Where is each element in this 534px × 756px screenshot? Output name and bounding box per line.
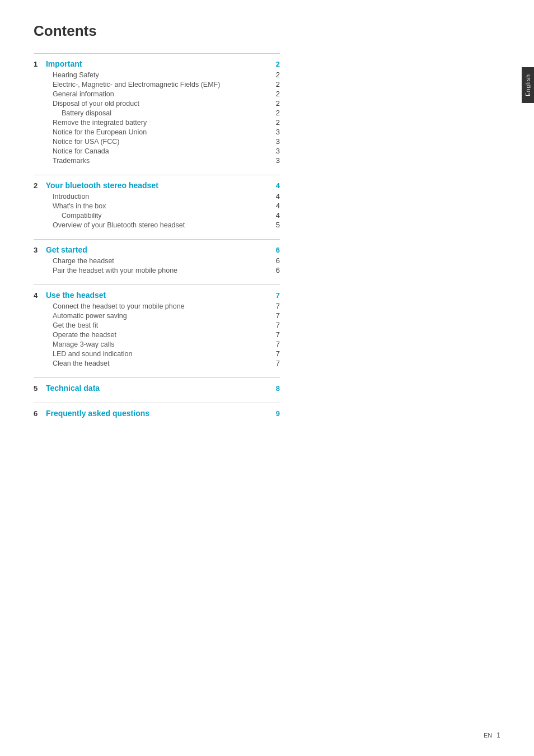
section-page: 9 xyxy=(269,409,280,418)
toc-entry-row: Battery disposal2 xyxy=(34,109,280,117)
entry-label[interactable]: Connect the headset to your mobile phone xyxy=(44,302,269,310)
toc-entry-row: Notice for USA (FCC)3 xyxy=(34,137,280,146)
entry-label[interactable]: Hearing Safety xyxy=(44,71,269,79)
entry-page: 2 xyxy=(269,99,280,108)
toc-section: 4 Use the headset7Connect the headset to… xyxy=(34,284,280,367)
section-number: 1 xyxy=(34,60,44,68)
toc-section: 2 Your bluetooth stereo headset4Introduc… xyxy=(34,175,280,229)
entry-page: 5 xyxy=(269,221,280,229)
entry-label[interactable]: Operate the headset xyxy=(44,331,269,339)
section-number: 2 xyxy=(34,181,44,190)
toc-main-row: 6 Frequently asked questions9 xyxy=(34,409,280,418)
section-number: 5 xyxy=(34,384,44,393)
toc-entry-row: Electric-, Magnetic- and Electromagnetic… xyxy=(34,80,280,88)
entry-page: 3 xyxy=(269,147,280,155)
entry-label[interactable]: Battery disposal xyxy=(44,109,269,117)
entry-label[interactable]: Notice for the European Union xyxy=(44,128,269,136)
entry-page: 6 xyxy=(269,256,280,265)
section-title[interactable]: Important xyxy=(44,59,269,68)
toc-entry-row: Disposal of your old product2 xyxy=(34,99,280,108)
entry-page: 6 xyxy=(269,266,280,274)
section-number: 3 xyxy=(34,246,44,254)
toc-entry-row: Notice for the European Union3 xyxy=(34,128,280,136)
entry-page: 2 xyxy=(269,71,280,79)
toc-entry-row: Hearing Safety2 xyxy=(34,71,280,79)
toc-entry-row: What's in the box4 xyxy=(34,202,280,210)
toc-entry-row: Operate the headset7 xyxy=(34,330,280,339)
entry-label[interactable]: Notice for USA (FCC) xyxy=(44,138,269,146)
entry-label[interactable]: Disposal of your old product xyxy=(44,100,269,108)
entry-label[interactable]: Charge the headset xyxy=(44,257,269,265)
entry-label[interactable]: What's in the box xyxy=(44,202,269,210)
toc-container: 1 Important2Hearing Safety2Electric-, Ma… xyxy=(34,53,280,418)
entry-page: 4 xyxy=(269,211,280,220)
entry-label[interactable]: Overview of your Bluetooth stereo headse… xyxy=(44,221,269,229)
toc-entry-row: Pair the headset with your mobile phone6 xyxy=(34,266,280,274)
entry-page: 3 xyxy=(269,128,280,136)
side-tab: English xyxy=(522,67,534,103)
entry-label[interactable]: Trademarks xyxy=(44,157,269,165)
entry-label[interactable]: Get the best fit xyxy=(44,321,269,329)
toc-entry-row: Remove the integrated battery2 xyxy=(34,118,280,127)
entry-label[interactable]: Remove the integrated battery xyxy=(44,119,269,127)
page-container: Contents 1 Important2Hearing Safety2Elec… xyxy=(0,0,313,461)
entry-label[interactable]: Clean the headset xyxy=(44,360,269,367)
toc-entry-row: Introduction4 xyxy=(34,192,280,200)
toc-entry-row: Notice for Canada3 xyxy=(34,147,280,155)
page-title: Contents xyxy=(34,22,280,40)
toc-main-row: 5 Technical data8 xyxy=(34,384,280,393)
entry-page: 7 xyxy=(269,349,280,358)
section-title[interactable]: Frequently asked questions xyxy=(44,409,269,418)
entry-label[interactable]: Notice for Canada xyxy=(44,147,269,155)
entry-page: 7 xyxy=(269,359,280,367)
entry-page: 4 xyxy=(269,202,280,210)
section-title[interactable]: Use the headset xyxy=(44,291,269,300)
toc-entry-row: Connect the headset to your mobile phone… xyxy=(34,302,280,310)
section-title[interactable]: Technical data xyxy=(44,384,269,393)
entry-label[interactable]: Compatibility xyxy=(44,212,269,220)
side-tab-label: English xyxy=(525,74,531,96)
toc-entry-row: Manage 3-way calls7 xyxy=(34,340,280,348)
section-number: 6 xyxy=(34,409,44,418)
toc-section: 5 Technical data8 xyxy=(34,377,280,393)
entry-page: 4 xyxy=(269,192,280,200)
section-number: 4 xyxy=(34,291,44,300)
entry-label[interactable]: Automatic power saving xyxy=(44,312,269,320)
toc-entry-row: General information2 xyxy=(34,90,280,98)
section-title[interactable]: Get started xyxy=(44,245,269,254)
toc-entry-row: Charge the headset6 xyxy=(34,256,280,265)
entry-page: 7 xyxy=(269,321,280,329)
entry-page: 7 xyxy=(269,311,280,320)
section-title[interactable]: Your bluetooth stereo headset xyxy=(44,181,269,190)
entry-label[interactable]: Electric-, Magnetic- and Electromagnetic… xyxy=(44,81,269,88)
entry-label[interactable]: LED and sound indication xyxy=(44,350,269,358)
entry-page: 2 xyxy=(269,109,280,117)
entry-label[interactable]: General information xyxy=(44,90,269,98)
toc-entry-row: Clean the headset7 xyxy=(34,359,280,367)
toc-entry-row: Automatic power saving7 xyxy=(34,311,280,320)
toc-entry-row: Overview of your Bluetooth stereo headse… xyxy=(34,221,280,229)
footer-label: EN xyxy=(484,732,492,739)
toc-main-row: 1 Important2 xyxy=(34,59,280,68)
toc-main-row: 4 Use the headset7 xyxy=(34,291,280,300)
entry-label[interactable]: Pair the headset with your mobile phone xyxy=(44,267,269,274)
section-page: 6 xyxy=(269,246,280,254)
entry-page: 3 xyxy=(269,156,280,165)
toc-entry-row: Compatibility4 xyxy=(34,211,280,220)
entry-page: 2 xyxy=(269,80,280,88)
entry-page: 3 xyxy=(269,137,280,146)
entry-page: 2 xyxy=(269,118,280,127)
toc-entry-row: Trademarks3 xyxy=(34,156,280,165)
entry-label[interactable]: Manage 3-way calls xyxy=(44,340,269,348)
section-page: 8 xyxy=(269,384,280,393)
entry-label[interactable]: Introduction xyxy=(44,193,269,200)
entry-page: 2 xyxy=(269,90,280,98)
section-page: 7 xyxy=(269,291,280,300)
footer-page: 1 xyxy=(496,731,500,739)
section-page: 4 xyxy=(269,181,280,190)
entry-page: 7 xyxy=(269,302,280,310)
toc-entry-row: Get the best fit7 xyxy=(34,321,280,329)
section-page: 2 xyxy=(269,60,280,68)
page-footer: EN 1 xyxy=(484,731,500,739)
entry-page: 7 xyxy=(269,330,280,339)
